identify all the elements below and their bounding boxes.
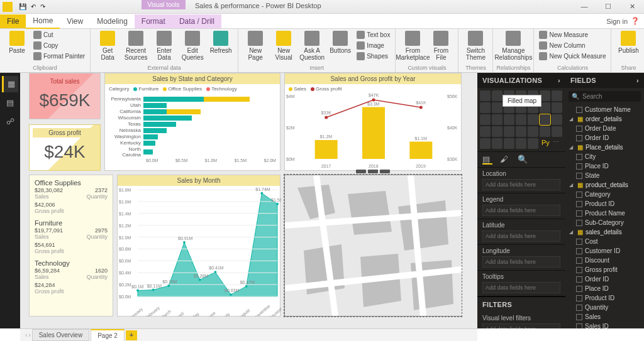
selection-handle[interactable] [335, 170, 411, 175]
more-visuals-icon[interactable]: ⋯ [553, 138, 559, 149]
cut-button[interactable]: Cut [31, 30, 87, 40]
tab-view[interactable]: View [60, 14, 90, 28]
viz-type-button[interactable] [492, 126, 502, 137]
field-item[interactable]: Product ID [567, 293, 642, 303]
enter-data-button[interactable]: Enter Data [150, 30, 178, 62]
viz-type-button[interactable] [504, 114, 514, 125]
well-legend-dropzone[interactable]: Add data fields here [482, 205, 560, 216]
format-painter-button[interactable]: Format Painter [31, 51, 87, 62]
edit-queries-button[interactable]: Edit Queries [179, 30, 206, 62]
publish-button[interactable]: Publish [614, 30, 642, 55]
viz-type-button[interactable] [480, 114, 491, 125]
field-item[interactable]: Sales [567, 312, 642, 322]
field-item[interactable]: City [567, 152, 642, 161]
table-row[interactable]: ◢▦Place_details [567, 143, 642, 152]
tab-data-drill[interactable]: Data / Drill [172, 14, 221, 28]
table-row[interactable]: ◢▦order_details [567, 114, 642, 124]
prev-page-icon[interactable]: ‹ [25, 332, 27, 338]
fields-search[interactable]: 🔍Search [569, 91, 641, 102]
field-item[interactable]: Gross profit [567, 265, 642, 274]
image-button[interactable]: Image [355, 40, 392, 51]
field-item[interactable]: Product Name [567, 208, 642, 218]
page-tab-2[interactable]: Page 2 [91, 329, 125, 342]
new-visual-button[interactable]: New Visual [270, 30, 297, 62]
visual-filled-map[interactable] [284, 175, 462, 317]
viz-type-button[interactable] [480, 138, 491, 149]
report-canvas[interactable]: Total sales $659K Gross profit $24K Sale… [20, 73, 477, 328]
new-page-button[interactable]: New Page [242, 30, 269, 62]
viz-type-button[interactable] [528, 114, 538, 125]
viz-type-button[interactable] [516, 114, 526, 125]
save-icon[interactable]: 💾 [17, 3, 28, 10]
field-item[interactable]: Customer Name [567, 105, 642, 114]
viz-type-button[interactable] [504, 126, 514, 137]
viz-type-button[interactable] [492, 114, 502, 125]
data-view-button[interactable]: ▤ [2, 95, 18, 111]
well-longitude-dropzone[interactable]: Add data fields here [482, 256, 560, 268]
table-row[interactable]: ◢▦product_details [567, 180, 642, 190]
paste-button[interactable]: Paste [3, 30, 31, 55]
chart-year[interactable]: Sales and Gross profit by Year Sales Gro… [284, 73, 462, 171]
textbox-button[interactable]: Text box [355, 30, 392, 40]
add-page-button[interactable]: + [126, 330, 137, 340]
field-item[interactable]: Cost [567, 237, 642, 246]
format-tab-icon[interactable]: 🖌 [500, 154, 510, 165]
sign-in[interactable]: Sign in ❓ [602, 15, 644, 27]
chevron-right-icon[interactable]: › [558, 77, 560, 84]
python-visual-icon[interactable]: Py [540, 138, 552, 149]
well-tooltips-dropzone[interactable]: Add data fields here [482, 282, 560, 293]
well-location-dropzone[interactable]: Add data fields here [482, 179, 560, 190]
recent-sources-button[interactable]: Recent Sources [122, 30, 150, 62]
field-item[interactable]: Quantity [567, 303, 642, 312]
undo-icon[interactable]: ↶ [29, 3, 38, 10]
field-item[interactable]: Order Date [567, 124, 642, 133]
refresh-button[interactable]: Refresh [207, 30, 235, 55]
ask-question-button[interactable]: Ask A Question [298, 30, 326, 62]
copy-button[interactable]: Copy [31, 40, 87, 51]
viz-type-button[interactable] [540, 126, 550, 137]
viz-type-button[interactable] [504, 138, 514, 149]
redo-icon[interactable]: ↷ [38, 3, 47, 10]
model-view-button[interactable]: ☍ [2, 114, 18, 130]
analytics-tab-icon[interactable]: 🔍 [518, 154, 528, 165]
get-data-button[interactable]: Get Data [94, 30, 121, 62]
viz-type-button[interactable] [492, 90, 502, 101]
next-page-icon[interactable]: › [28, 332, 30, 338]
viz-type-button[interactable] [480, 102, 491, 113]
tab-home[interactable]: Home [26, 14, 60, 29]
visual-filters-dropzone[interactable]: Add data fields here [482, 323, 560, 328]
viz-type-button[interactable] [552, 114, 562, 125]
field-item[interactable]: Order ID [567, 133, 642, 143]
chevron-right-icon[interactable]: › [636, 77, 639, 84]
field-item[interactable]: Place ID [567, 284, 642, 293]
viz-type-button[interactable] [516, 126, 526, 137]
field-item[interactable]: State [567, 171, 642, 180]
kpi-gross-profit[interactable]: Gross profit $24K [29, 124, 101, 171]
buttons-button[interactable]: Buttons [326, 30, 354, 55]
new-column-button[interactable]: New Column [537, 40, 608, 51]
field-item[interactable]: Order ID [567, 274, 642, 284]
viz-type-button[interactable] [492, 138, 502, 149]
report-view-button[interactable]: ▦ [2, 76, 18, 92]
tab-format[interactable]: Format [135, 14, 172, 28]
field-item[interactable]: Place ID [567, 161, 642, 171]
new-measure-button[interactable]: New Measure [537, 30, 608, 40]
minimize-button[interactable]: — [572, 0, 596, 14]
field-item[interactable]: Sub-Category [567, 218, 642, 227]
viz-type-button[interactable] [480, 90, 491, 101]
manage-relationships-button[interactable]: Manage Relationships [499, 30, 527, 62]
viz-type-button[interactable] [480, 126, 491, 137]
viz-type-button[interactable] [492, 102, 502, 113]
card-category-table[interactable]: Office Supplies$28,30,0822372SalesQuanti… [29, 175, 113, 317]
table-row[interactable]: ◢▦sales_details [567, 227, 642, 237]
viz-type-button[interactable] [528, 138, 538, 149]
viz-type-button[interactable] [552, 126, 562, 137]
fields-tab-icon[interactable]: ▤ [482, 154, 492, 165]
viz-type-button[interactable] [552, 90, 562, 101]
field-item[interactable]: Discount [567, 256, 642, 265]
maximize-button[interactable]: ☐ [596, 0, 620, 14]
field-item[interactable]: Customer ID [567, 246, 642, 256]
shapes-button[interactable]: Shapes [355, 51, 392, 62]
tab-modeling[interactable]: Modeling [90, 14, 135, 28]
viz-type-button[interactable] [528, 126, 538, 137]
